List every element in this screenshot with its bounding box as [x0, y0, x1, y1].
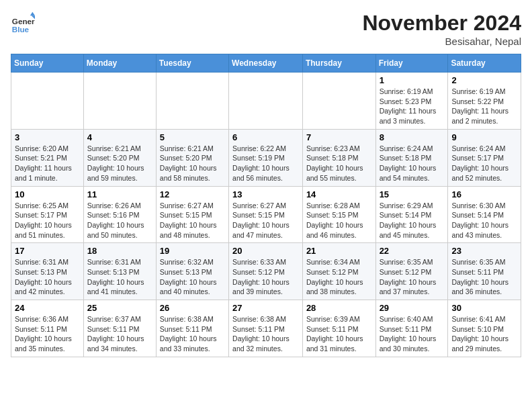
day-number: 5 [160, 132, 225, 142]
day-cell: 6Sunrise: 6:22 AMSunset: 5:19 PMDaylight… [229, 129, 303, 186]
day-cell: 17Sunrise: 6:31 AMSunset: 5:13 PMDayligh… [11, 243, 84, 300]
day-cell [229, 73, 303, 130]
day-info: Sunrise: 6:35 AMSunset: 5:12 PMDaylight:… [380, 257, 445, 297]
day-cell: 2Sunrise: 6:19 AMSunset: 5:22 PMDaylight… [448, 73, 521, 130]
day-info: Sunrise: 6:21 AMSunset: 5:20 PMDaylight:… [160, 144, 225, 183]
weekday-header-thursday: Thursday [302, 54, 375, 73]
page-header: General Blue November 2024 Besisahar, Ne… [11, 11, 521, 47]
day-number: 4 [87, 132, 152, 142]
day-cell: 28Sunrise: 6:39 AMSunset: 5:11 PMDayligh… [302, 300, 375, 357]
day-info: Sunrise: 6:21 AMSunset: 5:20 PMDaylight:… [87, 144, 152, 183]
logo: General Blue [11, 11, 35, 35]
day-info: Sunrise: 6:32 AMSunset: 5:13 PMDaylight:… [160, 257, 225, 297]
day-cell: 16Sunrise: 6:30 AMSunset: 5:14 PMDayligh… [448, 186, 521, 243]
day-cell: 1Sunrise: 6:19 AMSunset: 5:23 PMDaylight… [375, 73, 448, 130]
day-info: Sunrise: 6:28 AMSunset: 5:15 PMDaylight:… [306, 201, 372, 240]
week-row-2: 3Sunrise: 6:20 AMSunset: 5:21 PMDaylight… [11, 129, 521, 186]
week-row-3: 10Sunrise: 6:25 AMSunset: 5:17 PMDayligh… [11, 186, 521, 243]
day-info: Sunrise: 6:19 AMSunset: 5:23 PMDaylight:… [380, 87, 445, 126]
weekday-header-saturday: Saturday [448, 54, 521, 73]
day-cell: 21Sunrise: 6:34 AMSunset: 5:12 PMDayligh… [302, 243, 375, 300]
day-number: 16 [451, 189, 517, 199]
day-cell: 7Sunrise: 6:23 AMSunset: 5:18 PMDaylight… [302, 129, 375, 186]
day-info: Sunrise: 6:37 AMSunset: 5:11 PMDaylight:… [87, 314, 152, 354]
day-info: Sunrise: 6:27 AMSunset: 5:15 PMDaylight:… [232, 201, 299, 240]
day-cell: 26Sunrise: 6:38 AMSunset: 5:11 PMDayligh… [156, 300, 228, 357]
day-number: 23 [451, 246, 517, 256]
day-number: 24 [15, 303, 80, 313]
day-cell: 23Sunrise: 6:35 AMSunset: 5:11 PMDayligh… [448, 243, 521, 300]
day-info: Sunrise: 6:25 AMSunset: 5:17 PMDaylight:… [15, 201, 80, 240]
day-number: 17 [15, 246, 80, 256]
svg-text:Blue: Blue [12, 25, 30, 34]
day-number: 26 [160, 303, 225, 313]
day-cell [156, 73, 228, 130]
day-number: 29 [380, 303, 445, 313]
day-info: Sunrise: 6:26 AMSunset: 5:16 PMDaylight:… [87, 201, 152, 240]
day-number: 18 [87, 246, 152, 256]
day-number: 19 [160, 246, 225, 256]
day-number: 9 [451, 132, 517, 142]
day-info: Sunrise: 6:38 AMSunset: 5:11 PMDaylight:… [232, 314, 299, 354]
week-row-4: 17Sunrise: 6:31 AMSunset: 5:13 PMDayligh… [11, 243, 521, 300]
day-cell: 30Sunrise: 6:41 AMSunset: 5:10 PMDayligh… [448, 300, 521, 357]
day-number: 11 [87, 189, 152, 199]
day-info: Sunrise: 6:33 AMSunset: 5:12 PMDaylight:… [232, 257, 299, 297]
day-info: Sunrise: 6:20 AMSunset: 5:21 PMDaylight:… [15, 144, 80, 183]
week-row-5: 24Sunrise: 6:36 AMSunset: 5:11 PMDayligh… [11, 300, 521, 357]
day-number: 25 [87, 303, 152, 313]
month-title: November 2024 [362, 11, 521, 36]
day-cell [11, 73, 84, 130]
logo-icon: General Blue [11, 11, 35, 35]
day-cell: 27Sunrise: 6:38 AMSunset: 5:11 PMDayligh… [229, 300, 303, 357]
title-block: November 2024 Besisahar, Nepal [362, 11, 521, 47]
day-info: Sunrise: 6:39 AMSunset: 5:11 PMDaylight:… [306, 314, 372, 354]
day-info: Sunrise: 6:40 AMSunset: 5:11 PMDaylight:… [380, 314, 445, 354]
day-cell: 18Sunrise: 6:31 AMSunset: 5:13 PMDayligh… [83, 243, 156, 300]
day-info: Sunrise: 6:34 AMSunset: 5:12 PMDaylight:… [306, 257, 372, 297]
day-number: 15 [380, 189, 445, 199]
location: Besisahar, Nepal [362, 36, 521, 47]
calendar-table: SundayMondayTuesdayWednesdayThursdayFrid… [11, 54, 521, 357]
day-info: Sunrise: 6:23 AMSunset: 5:18 PMDaylight:… [306, 144, 372, 183]
day-cell: 11Sunrise: 6:26 AMSunset: 5:16 PMDayligh… [83, 186, 156, 243]
day-cell: 25Sunrise: 6:37 AMSunset: 5:11 PMDayligh… [83, 300, 156, 357]
day-number: 3 [15, 132, 80, 142]
day-number: 6 [232, 132, 299, 142]
day-cell: 24Sunrise: 6:36 AMSunset: 5:11 PMDayligh… [11, 300, 84, 357]
day-cell: 3Sunrise: 6:20 AMSunset: 5:21 PMDaylight… [11, 129, 84, 186]
day-info: Sunrise: 6:31 AMSunset: 5:13 PMDaylight:… [87, 257, 152, 297]
day-cell: 15Sunrise: 6:29 AMSunset: 5:14 PMDayligh… [375, 186, 448, 243]
day-cell [302, 73, 375, 130]
weekday-header-wednesday: Wednesday [229, 54, 303, 73]
day-number: 12 [160, 189, 225, 199]
weekday-header-sunday: Sunday [11, 54, 84, 73]
day-info: Sunrise: 6:19 AMSunset: 5:22 PMDaylight:… [451, 87, 517, 126]
day-info: Sunrise: 6:22 AMSunset: 5:19 PMDaylight:… [232, 144, 299, 183]
day-number: 13 [232, 189, 299, 199]
day-info: Sunrise: 6:30 AMSunset: 5:14 PMDaylight:… [451, 201, 517, 240]
day-info: Sunrise: 6:24 AMSunset: 5:18 PMDaylight:… [380, 144, 445, 183]
day-cell: 29Sunrise: 6:40 AMSunset: 5:11 PMDayligh… [375, 300, 448, 357]
day-number: 8 [380, 132, 445, 142]
day-number: 28 [306, 303, 372, 313]
day-number: 7 [306, 132, 372, 142]
day-number: 30 [451, 303, 517, 313]
day-number: 1 [380, 75, 445, 85]
day-number: 22 [380, 246, 445, 256]
day-number: 14 [306, 189, 372, 199]
day-cell: 5Sunrise: 6:21 AMSunset: 5:20 PMDaylight… [156, 129, 228, 186]
day-cell: 22Sunrise: 6:35 AMSunset: 5:12 PMDayligh… [375, 243, 448, 300]
weekday-header-monday: Monday [83, 54, 156, 73]
day-cell: 20Sunrise: 6:33 AMSunset: 5:12 PMDayligh… [229, 243, 303, 300]
day-cell: 10Sunrise: 6:25 AMSunset: 5:17 PMDayligh… [11, 186, 84, 243]
day-cell: 4Sunrise: 6:21 AMSunset: 5:20 PMDaylight… [83, 129, 156, 186]
day-info: Sunrise: 6:29 AMSunset: 5:14 PMDaylight:… [380, 201, 445, 240]
day-info: Sunrise: 6:36 AMSunset: 5:11 PMDaylight:… [15, 314, 80, 354]
weekday-header-friday: Friday [375, 54, 448, 73]
day-info: Sunrise: 6:38 AMSunset: 5:11 PMDaylight:… [160, 314, 225, 354]
day-info: Sunrise: 6:35 AMSunset: 5:11 PMDaylight:… [451, 257, 517, 297]
day-info: Sunrise: 6:27 AMSunset: 5:15 PMDaylight:… [160, 201, 225, 240]
day-cell: 14Sunrise: 6:28 AMSunset: 5:15 PMDayligh… [302, 186, 375, 243]
weekday-header-tuesday: Tuesday [156, 54, 228, 73]
